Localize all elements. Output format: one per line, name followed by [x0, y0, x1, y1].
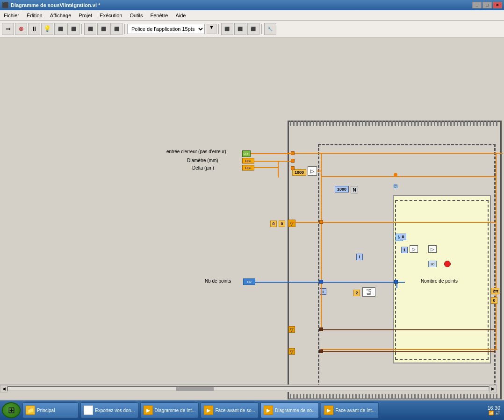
window-controls[interactable]: _ □ ✕: [472, 2, 502, 8]
menu-execution[interactable]: Exécution: [96, 10, 126, 20]
funnel-icon-1: ▽: [288, 220, 295, 227]
scrollbar-h[interactable]: ◀ ▶: [0, 384, 497, 392]
orange-term-top: [291, 151, 295, 155]
menu-edition[interactable]: Édition: [23, 10, 46, 20]
diameter-terminal[interactable]: DBL: [242, 158, 254, 164]
const-zero-1[interactable]: 0: [270, 221, 277, 227]
menu-projet[interactable]: Projet: [75, 10, 96, 20]
const-zero-3[interactable]: 0: [491, 297, 497, 304]
taskbar-diagramme-int[interactable]: ▶ Diagramme de Int...: [140, 402, 199, 418]
separator-4: [261, 24, 262, 34]
nb-points-wire-h: [255, 282, 405, 283]
step-over-button[interactable]: ⬛: [54, 23, 66, 35]
blue-term-1: [319, 280, 323, 284]
run-arrow-button[interactable]: ⇒: [2, 23, 14, 35]
main-canvas: entrée d'erreur (pas d'erreur) Diamètre …: [0, 37, 504, 409]
separator-2: [124, 24, 125, 34]
scroll-track[interactable]: [7, 386, 489, 391]
orange-h-395: [291, 222, 321, 223]
labview-icon-4: ▶: [324, 406, 333, 415]
orange-v-left-frame: [321, 161, 322, 329]
taskbar: ⊞ 📁 Principal ✂ Exportez vos don... ▶ Di…: [0, 400, 504, 420]
align-btn[interactable]: ⬛: [234, 23, 246, 35]
minimize-button[interactable]: _: [472, 2, 482, 8]
shift-reg-left-1: ▽: [288, 326, 295, 333]
const-one[interactable]: 1: [401, 247, 408, 253]
clock-date: 📶 🔊: [487, 411, 500, 415]
delta-label: Delta (µm): [192, 165, 214, 171]
highlight-button[interactable]: 💡: [41, 23, 53, 35]
top-dotted-strip: [290, 121, 499, 126]
const-zero-2[interactable]: 0: [279, 221, 285, 227]
const-1000-1[interactable]: 1000: [292, 169, 306, 176]
orange-v-right: [496, 153, 497, 349]
s0-node: s0: [428, 261, 437, 267]
diam-wire-h: [254, 161, 291, 162]
pause-button[interactable]: ⏸: [28, 23, 40, 35]
blue-term-2: [394, 280, 398, 284]
dark-wire-672: [321, 351, 496, 352]
menu-affichage[interactable]: Affichage: [46, 10, 75, 20]
scroll-thumb[interactable]: [176, 387, 214, 391]
step-into-button[interactable]: ⬛: [67, 23, 79, 35]
start-button[interactable]: ⊞: [2, 402, 21, 418]
menu-fenetre[interactable]: Fenêtre: [147, 10, 172, 20]
dark-term-2: [319, 349, 323, 353]
toolbar-btn-5[interactable]: ⬛: [110, 23, 122, 35]
bottom-dotted-strip: [290, 394, 499, 399]
clean-btn[interactable]: 🔧: [264, 23, 276, 35]
orange-h-395b: [321, 222, 496, 223]
error-in-terminal[interactable]: ERR: [242, 150, 251, 157]
riq-node: ᴿIQ Φ0: [362, 287, 375, 297]
const-zero-blue[interactable]: 0: [400, 234, 406, 240]
multiply-node-1: ▷: [308, 166, 317, 176]
orange-top-wire: [288, 153, 503, 154]
zoom-btn[interactable]: ⬛: [221, 23, 233, 35]
block-diagram-canvas[interactable]: entrée d'erreur (pas d'erreur) Diamètre …: [0, 37, 504, 399]
shift-reg-left-2: ▽: [288, 348, 295, 355]
taskbar-exportez-label: Exportez vos don...: [95, 408, 135, 413]
nb-points-label: Nb de points: [205, 278, 231, 284]
orange-term-delta: [291, 166, 295, 170]
menu-outils[interactable]: Outils: [126, 10, 146, 20]
taskbar-exportez[interactable]: ✂ Exportez vos don...: [80, 402, 138, 418]
separator-1: [81, 24, 82, 34]
dark-term-1: [319, 327, 323, 331]
labview-icon-3: ▶: [264, 406, 273, 415]
scroll-right-arrow[interactable]: ▶: [489, 385, 497, 392]
delta-wire-v: [278, 161, 279, 178]
const-2pi[interactable]: 2π: [491, 288, 499, 294]
font-dropdown[interactable]: ▼: [207, 24, 216, 34]
menu-fichier[interactable]: Fichier: [0, 10, 23, 20]
close-button[interactable]: ✕: [493, 2, 502, 8]
toolbar-btn-3[interactable]: ⬛: [84, 23, 96, 35]
i-constant[interactable]: i: [356, 254, 363, 260]
abort-button[interactable]: ⊗: [15, 23, 27, 35]
menu-aide[interactable]: Aide: [172, 10, 189, 20]
distribute-btn[interactable]: ⬛: [247, 23, 259, 35]
n-terminal-1: N: [351, 186, 358, 193]
labview-icon-2: ▶: [204, 406, 213, 415]
orange-bottom-wire: [321, 349, 497, 350]
clock-time: 16:30: [487, 405, 500, 411]
scroll-left-arrow[interactable]: ◀: [0, 385, 7, 392]
maximize-button[interactable]: □: [482, 2, 492, 8]
taskbar-principal-label: Principal: [37, 408, 55, 413]
const-1000-2[interactable]: 1000: [335, 186, 349, 192]
nb-points-terminal[interactable]: I32: [243, 278, 255, 285]
delta-terminal[interactable]: DBL: [242, 165, 254, 171]
taskbar-principal[interactable]: 📁 Principal: [22, 402, 79, 418]
toolbar-btn-4[interactable]: ⬛: [97, 23, 109, 35]
delta-wire-h: [254, 167, 278, 168]
taskbar-face-avant-so-label: Face-avant de so...: [215, 408, 255, 413]
orange-term-loop-1: [319, 220, 323, 224]
error-in-label: entrée d'erreur (pas d'erreur): [166, 149, 226, 154]
taskbar-face-avant-int[interactable]: ▶ Face-avant de Int...: [321, 402, 379, 418]
taskbar-diagramme-so[interactable]: ▶ Diagramme de so...: [260, 402, 319, 418]
wire-after-mult: [317, 171, 321, 171]
labview-icon-1: ▶: [144, 406, 153, 415]
taskbar-face-avant-so[interactable]: ▶ Face-avant de so...: [201, 402, 259, 418]
font-selector[interactable]: Police de l'application 15pts: [127, 24, 205, 34]
scissors-icon: ✂: [84, 406, 93, 415]
const-two[interactable]: 2: [353, 290, 360, 296]
